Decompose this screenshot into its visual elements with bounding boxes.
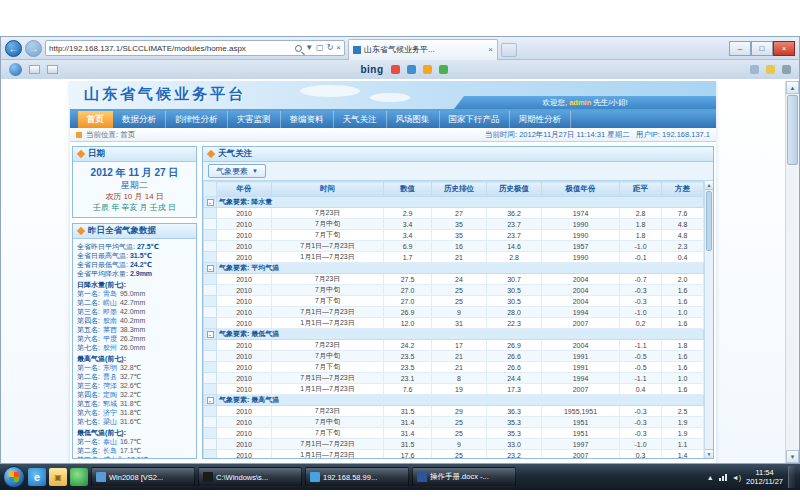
home-icon[interactable] (750, 65, 759, 74)
app-shortcut-icon[interactable] (407, 65, 416, 74)
station-link[interactable]: 泰山 (103, 437, 117, 446)
station-link[interactable]: 菏泽 (103, 381, 117, 390)
table-row[interactable]: 20107月下旬31.42535.31951-0.31.9 (204, 428, 704, 439)
station-link[interactable]: 莱西 (103, 325, 117, 334)
nav-item[interactable]: 周期性分析 (510, 111, 572, 128)
table-row[interactable]: 20107月中旬23.52126.61991-0.51.6 (204, 351, 704, 362)
explorer-folder-icon[interactable]: ▣ (49, 468, 67, 486)
collapse-icon[interactable]: - (207, 331, 214, 338)
table-row[interactable]: 20101月1日—7月23日12.03122.320070.21.6 (204, 318, 704, 329)
station-link[interactable]: 崂山 (103, 298, 117, 307)
column-header[interactable]: 历史极值 (487, 182, 542, 197)
nav-item[interactable]: 整编资料 (281, 111, 334, 128)
station-link[interactable]: 济宁 (103, 408, 117, 417)
table-row[interactable]: 20107月23日31.52936.31955,1951-0.32.5 (204, 406, 704, 417)
table-row[interactable]: 20101月1日—7月23日7.61917.320070.41.6 (204, 384, 704, 395)
station-link[interactable]: 郓城 (103, 399, 117, 408)
table-row[interactable]: 20107月23日24.21726.92004-1.11.8 (204, 340, 704, 351)
forward-button[interactable]: → (25, 40, 42, 57)
table-row[interactable]: 20101月1日—7月23日1.7212.81990-0.10.4 (204, 252, 704, 263)
table-row[interactable]: 20107月1日—7月23日23.1824.41994-1.11.0 (204, 373, 704, 384)
stop-icon[interactable]: × (336, 44, 341, 52)
scroll-up-icon[interactable]: ▲ (705, 181, 713, 190)
station-link[interactable]: 即墨 (103, 307, 117, 316)
nav-item[interactable]: 天气关注 (334, 111, 387, 128)
nav-item[interactable]: 国家下行产品 (440, 111, 510, 128)
gear-icon[interactable] (782, 65, 791, 74)
refresh-icon[interactable]: ↻ (327, 44, 334, 52)
browser-tab[interactable]: 山东省气候业务平... × (348, 39, 498, 60)
taskbar-app-button[interactable]: 操作手册.docx -... (412, 467, 516, 487)
column-header[interactable]: 年份 (217, 182, 272, 197)
nav-item[interactable]: 首页 (78, 111, 113, 128)
element-filter-button[interactable]: 气象要素 ▼ (208, 164, 266, 178)
table-section-row[interactable]: -气象要素: 降水量 (204, 197, 704, 208)
taskbar-app-button[interactable]: Win2008 [VS2... (91, 467, 195, 487)
app-shortcut-icon[interactable] (423, 65, 432, 74)
station-link[interactable]: 梁山 (103, 417, 117, 426)
station-link[interactable]: 成山头 (103, 455, 124, 458)
table-scrollbar-thumb[interactable] (706, 191, 712, 251)
speaker-icon[interactable]: ◄) (732, 474, 741, 481)
taskbar-clock[interactable]: 11:54 2012/11/27 (746, 468, 783, 486)
table-row[interactable]: 20107月1日—7月23日31.5933.01997-1.01.1 (204, 439, 704, 450)
station-link[interactable]: 胶州 (103, 343, 117, 352)
nav-item[interactable]: 风场图集 (387, 111, 440, 128)
bing-logo[interactable]: bing (360, 64, 383, 75)
star-icon[interactable] (766, 65, 775, 74)
show-desktop-button[interactable] (788, 466, 795, 488)
compat-mode-icon[interactable] (9, 63, 22, 76)
scroll-down-icon[interactable]: ▼ (705, 449, 713, 458)
back-button[interactable]: ← (5, 40, 22, 57)
nav-item[interactable]: 灾害监测 (228, 111, 281, 128)
scroll-down-icon[interactable]: ▼ (786, 450, 799, 463)
search-dropdown-icon[interactable]: ▼ (305, 44, 313, 52)
mail-icon[interactable] (47, 65, 58, 74)
start-button[interactable] (3, 466, 25, 488)
taskbar-app-button[interactable]: 192.168.58.99... (305, 467, 409, 487)
mail-icon[interactable] (29, 65, 40, 74)
table-row[interactable]: 20107月中旬3.43523.719901.84.8 (204, 219, 704, 230)
compatibility-view-icon[interactable]: ▢ (316, 44, 324, 52)
minimize-button[interactable]: – (729, 41, 751, 56)
column-header[interactable]: 历史排位 (432, 182, 487, 197)
station-link[interactable]: 胶南 (103, 316, 117, 325)
app-shortcut-icon[interactable] (439, 65, 448, 74)
browser-scrollbar-thumb[interactable] (787, 95, 798, 165)
station-link[interactable]: 定陶 (103, 390, 117, 399)
column-header[interactable]: 时间 (272, 182, 384, 197)
table-row[interactable]: 20107月23日27.52430.72004-0.72.0 (204, 274, 704, 285)
table-row[interactable]: 20107月中旬31.42535.31951-0.31.9 (204, 417, 704, 428)
table-scrollbar[interactable]: ▲ ▼ (704, 181, 713, 458)
table-row[interactable]: 20107月23日2.92736.219742.87.6 (204, 208, 704, 219)
table-row[interactable]: 20107月下旬23.52126.61991-0.51.6 (204, 362, 704, 373)
table-row[interactable]: 20101月1日—7月23日17.62523.220070.31.4 (204, 450, 704, 459)
station-link[interactable]: 平度 (103, 334, 117, 343)
new-tab-button[interactable] (501, 43, 517, 57)
table-section-row[interactable]: -气象要素: 平均气温 (204, 263, 704, 274)
maximize-button[interactable]: □ (751, 41, 773, 56)
collapse-icon[interactable]: - (207, 199, 214, 206)
station-link[interactable]: 青岛 (103, 289, 117, 298)
table-row[interactable]: 20107月下旬27.02530.52004-0.31.6 (204, 296, 704, 307)
browser-scrollbar[interactable]: ▲ ▼ (785, 81, 799, 463)
network-icon[interactable] (719, 473, 727, 481)
table-row[interactable]: 20107月下旬3.43523.719901.84.8 (204, 230, 704, 241)
taskbar-app-button[interactable]: C:\Windows\s... (198, 467, 302, 487)
column-header[interactable]: 方差 (662, 182, 704, 197)
nav-item[interactable]: 数据分析 (113, 111, 166, 128)
table-section-row[interactable]: -气象要素: 最高气温 (204, 395, 704, 406)
close-button[interactable]: × (773, 41, 795, 56)
table-row[interactable]: 20107月1日—7月23日6.91614.61957-1.02.3 (204, 241, 704, 252)
app-launcher-icon[interactable] (70, 468, 88, 486)
tray-expand-icon[interactable]: ▲ (707, 474, 714, 481)
collapse-icon[interactable]: - (207, 397, 214, 404)
station-link[interactable]: 曹县 (103, 372, 117, 381)
column-header[interactable]: 极值年份 (542, 182, 620, 197)
search-icon[interactable] (295, 45, 302, 52)
station-link[interactable]: 东明 (103, 363, 117, 372)
scroll-up-icon[interactable]: ▲ (786, 81, 799, 94)
table-section-row[interactable]: -气象要素: 最低气温 (204, 329, 704, 340)
column-header[interactable]: 距平 (620, 182, 662, 197)
table-row[interactable]: 20107月1日—7月23日26.9928.01994-1.01.0 (204, 307, 704, 318)
